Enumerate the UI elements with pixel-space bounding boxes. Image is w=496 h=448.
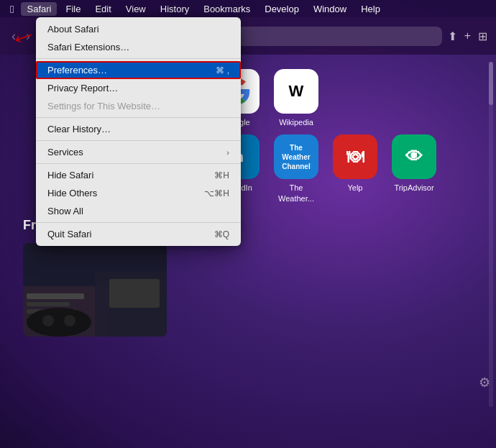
file-menu[interactable]: File [60,2,86,16]
safari-menu[interactable]: Safari [21,2,57,16]
scrollbar-thumb [489,62,493,105]
settings-website-label: Settings for This Website… [47,101,160,111]
svg-rect-3 [27,293,84,299]
privacy-report-label: Privacy Report… [47,83,118,93]
menu-item-preferences[interactable]: Preferences… ⌘ , [36,61,241,79]
menu-item-about-safari[interactable]: About Safari [36,20,241,38]
yelp-label: Yelp [347,183,362,193]
history-menu[interactable]: History [155,2,195,16]
share-button[interactable]: ⬆ [448,29,457,43]
services-arrow-icon: › [226,148,229,157]
svg-rect-4 [27,302,70,306]
menu-item-settings-website[interactable]: Settings for This Website… [36,97,241,115]
safari-extensions-label: Safari Extensions… [47,42,129,52]
svg-point-7 [27,308,91,337]
menu-item-safari-extensions[interactable]: Safari Extensions… [36,38,241,56]
fv-thumb-inner [23,243,167,337]
menu-item-clear-history[interactable]: Clear History… [36,120,241,138]
quit-safari-shortcut: ⌘Q [214,229,229,239]
wikipedia-label: Wikipedia [279,117,313,127]
scrollbar[interactable] [489,55,493,400]
list-item[interactable]: The Weather Channel The Weather... [271,134,321,204]
view-menu[interactable]: View [120,2,152,16]
bookmarks-menu[interactable]: Bookmarks [198,2,256,16]
menu-separator-4 [36,163,241,164]
list-item[interactable]: 👁 TripAdvisor [389,134,439,204]
menu-item-show-all[interactable]: Show All [36,202,241,220]
svg-point-8 [42,315,54,326]
tab-grid-button[interactable]: ⊞ [478,29,487,43]
svg-point-9 [64,315,75,326]
preferences-shortcut: ⌘ , [216,65,229,76]
weather-icon: The Weather Channel [274,134,318,179]
menu-separator-3 [36,140,241,141]
menu-item-quit-safari[interactable]: Quit Safari ⌘Q [36,225,241,243]
menu-separator-5 [36,222,241,223]
edit-menu[interactable]: Edit [89,2,116,16]
window-menu[interactable]: Window [308,2,352,16]
develop-menu[interactable]: Develop [259,2,305,16]
toolbar-actions: ⬆ + ⊞ [448,29,487,43]
about-safari-label: About Safari [47,24,99,35]
hide-others-shortcut: ⌥⌘H [204,188,229,198]
hide-others-label: Hide Others [47,188,97,198]
show-all-label: Show All [47,206,83,216]
scrollbar-track [489,62,493,407]
menu-separator-2 [36,117,241,118]
menu-item-services[interactable]: Services › [36,143,241,161]
help-menu[interactable]: Help [355,2,386,16]
scroll-adjust-icon[interactable]: ⚙ [479,375,490,390]
new-tab-button[interactable]: + [464,29,471,42]
safari-dropdown-menu: About Safari Safari Extensions… Preferen… [36,17,241,246]
tripadvisor-label: TripAdvisor [394,183,433,193]
services-label: Services [47,147,83,157]
yelp-icon: 🍽 [333,134,377,179]
fv-thumbnail[interactable] [23,243,167,337]
menubar:  Safari File Edit View History Bookmark… [0,0,496,17]
svg-rect-6 [109,279,160,308]
quit-safari-label: Quit Safari [47,229,91,239]
preferences-label: Preferences… [47,65,107,76]
apple-menu[interactable]:  [6,1,18,17]
clear-history-label: Clear History… [47,124,111,134]
menu-item-hide-others[interactable]: Hide Others ⌥⌘H [36,184,241,202]
menu-separator-1 [36,58,241,59]
hide-safari-label: Hide Safari [47,170,93,180]
menu-item-privacy-report[interactable]: Privacy Report… [36,79,241,97]
hide-safari-shortcut: ⌘H [214,170,229,180]
weather-label: The Weather... [271,183,321,204]
menu-item-hide-safari[interactable]: Hide Safari ⌘H [36,166,241,184]
list-item[interactable]: W Wikipedia [271,69,321,127]
list-item[interactable]: 🍽 Yelp [330,134,380,204]
wikipedia-icon: W [274,69,318,114]
tripadvisor-icon: 👁 [392,134,436,179]
